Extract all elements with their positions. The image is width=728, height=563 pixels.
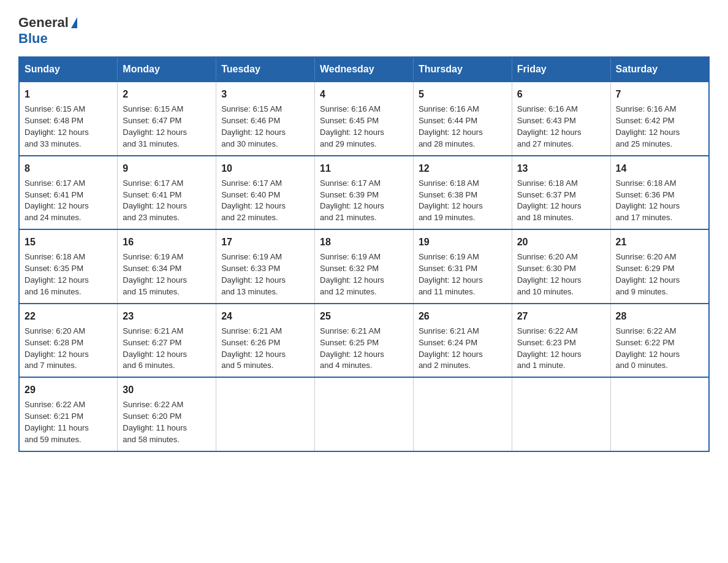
day-info: Sunrise: 6:17 AMSunset: 6:41 PMDaylight:… bbox=[123, 178, 187, 223]
calendar-week-row: 29Sunrise: 6:22 AMSunset: 6:21 PMDayligh… bbox=[19, 377, 709, 451]
day-info: Sunrise: 6:15 AMSunset: 6:46 PMDaylight:… bbox=[221, 104, 286, 148]
calendar-week-row: 1Sunrise: 6:15 AMSunset: 6:48 PMDaylight… bbox=[19, 82, 709, 156]
day-info: Sunrise: 6:19 AMSunset: 6:33 PMDaylight:… bbox=[221, 252, 286, 296]
calendar-cell: 9Sunrise: 6:17 AMSunset: 6:41 PMDaylight… bbox=[118, 156, 216, 230]
day-number: 30 bbox=[123, 383, 211, 397]
logo-blue-text: Blue bbox=[18, 31, 48, 47]
calendar-cell: 4Sunrise: 6:16 AMSunset: 6:45 PMDaylight… bbox=[315, 82, 414, 156]
day-info: Sunrise: 6:22 AMSunset: 6:22 PMDaylight:… bbox=[616, 326, 680, 370]
calendar-cell: 29Sunrise: 6:22 AMSunset: 6:21 PMDayligh… bbox=[19, 377, 118, 451]
calendar-cell bbox=[413, 377, 512, 451]
calendar-cell bbox=[315, 377, 414, 451]
logo: General Blue bbox=[18, 15, 77, 47]
day-header-wednesday: Wednesday bbox=[315, 57, 414, 82]
day-info: Sunrise: 6:18 AMSunset: 6:37 PMDaylight:… bbox=[517, 178, 582, 223]
day-info: Sunrise: 6:18 AMSunset: 6:36 PMDaylight:… bbox=[616, 178, 680, 223]
calendar-cell: 3Sunrise: 6:15 AMSunset: 6:46 PMDaylight… bbox=[216, 82, 315, 156]
day-number: 17 bbox=[221, 235, 309, 249]
calendar-cell: 10Sunrise: 6:17 AMSunset: 6:40 PMDayligh… bbox=[216, 156, 315, 230]
calendar-cell: 6Sunrise: 6:16 AMSunset: 6:43 PMDaylight… bbox=[512, 82, 610, 156]
day-info: Sunrise: 6:22 AMSunset: 6:21 PMDaylight:… bbox=[25, 400, 89, 444]
day-number: 6 bbox=[517, 87, 605, 101]
day-number: 12 bbox=[419, 161, 507, 175]
day-info: Sunrise: 6:17 AMSunset: 6:40 PMDaylight:… bbox=[221, 178, 286, 223]
day-info: Sunrise: 6:18 AMSunset: 6:38 PMDaylight:… bbox=[419, 178, 483, 223]
day-number: 28 bbox=[616, 309, 703, 323]
day-number: 9 bbox=[123, 161, 211, 175]
day-header-friday: Friday bbox=[512, 57, 610, 82]
calendar-cell: 20Sunrise: 6:20 AMSunset: 6:30 PMDayligh… bbox=[512, 229, 610, 304]
calendar-header-row: SundayMondayTuesdayWednesdayThursdayFrid… bbox=[19, 57, 709, 82]
calendar-cell: 7Sunrise: 6:16 AMSunset: 6:42 PMDaylight… bbox=[610, 82, 709, 156]
calendar-cell bbox=[610, 377, 709, 451]
calendar-week-row: 8Sunrise: 6:17 AMSunset: 6:41 PMDaylight… bbox=[19, 156, 709, 230]
calendar-cell: 1Sunrise: 6:15 AMSunset: 6:48 PMDaylight… bbox=[19, 82, 118, 156]
day-number: 5 bbox=[419, 87, 507, 101]
day-info: Sunrise: 6:15 AMSunset: 6:47 PMDaylight:… bbox=[123, 104, 187, 148]
day-number: 29 bbox=[25, 383, 112, 397]
day-number: 4 bbox=[320, 87, 408, 101]
day-info: Sunrise: 6:16 AMSunset: 6:45 PMDaylight:… bbox=[320, 104, 384, 148]
day-number: 15 bbox=[25, 235, 112, 249]
day-info: Sunrise: 6:22 AMSunset: 6:20 PMDaylight:… bbox=[123, 400, 187, 444]
day-number: 7 bbox=[616, 87, 703, 101]
calendar-cell: 25Sunrise: 6:21 AMSunset: 6:25 PMDayligh… bbox=[315, 304, 414, 378]
day-number: 23 bbox=[123, 309, 211, 323]
day-number: 13 bbox=[517, 161, 605, 175]
day-info: Sunrise: 6:21 AMSunset: 6:26 PMDaylight:… bbox=[221, 326, 286, 370]
calendar-cell: 18Sunrise: 6:19 AMSunset: 6:32 PMDayligh… bbox=[315, 229, 414, 304]
day-info: Sunrise: 6:20 AMSunset: 6:29 PMDaylight:… bbox=[616, 252, 680, 296]
calendar-cell: 13Sunrise: 6:18 AMSunset: 6:37 PMDayligh… bbox=[512, 156, 610, 230]
day-info: Sunrise: 6:22 AMSunset: 6:23 PMDaylight:… bbox=[517, 326, 582, 370]
day-number: 14 bbox=[616, 161, 703, 175]
day-number: 27 bbox=[517, 309, 605, 323]
day-info: Sunrise: 6:16 AMSunset: 6:42 PMDaylight:… bbox=[616, 104, 680, 148]
day-number: 16 bbox=[123, 235, 211, 249]
calendar-cell: 30Sunrise: 6:22 AMSunset: 6:20 PMDayligh… bbox=[118, 377, 216, 451]
day-number: 8 bbox=[25, 161, 112, 175]
day-number: 11 bbox=[320, 161, 408, 175]
day-info: Sunrise: 6:21 AMSunset: 6:27 PMDaylight:… bbox=[123, 326, 187, 370]
day-number: 19 bbox=[419, 235, 507, 249]
day-info: Sunrise: 6:17 AMSunset: 6:39 PMDaylight:… bbox=[320, 178, 384, 223]
calendar-cell: 23Sunrise: 6:21 AMSunset: 6:27 PMDayligh… bbox=[118, 304, 216, 378]
day-number: 21 bbox=[616, 235, 703, 249]
calendar-cell: 14Sunrise: 6:18 AMSunset: 6:36 PMDayligh… bbox=[610, 156, 709, 230]
calendar-cell: 16Sunrise: 6:19 AMSunset: 6:34 PMDayligh… bbox=[118, 229, 216, 304]
calendar-cell: 21Sunrise: 6:20 AMSunset: 6:29 PMDayligh… bbox=[610, 229, 709, 304]
day-header-thursday: Thursday bbox=[413, 57, 512, 82]
day-number: 26 bbox=[419, 309, 507, 323]
calendar-cell: 19Sunrise: 6:19 AMSunset: 6:31 PMDayligh… bbox=[413, 229, 512, 304]
day-number: 25 bbox=[320, 309, 408, 323]
day-info: Sunrise: 6:20 AMSunset: 6:28 PMDaylight:… bbox=[25, 326, 89, 370]
day-header-sunday: Sunday bbox=[19, 57, 118, 82]
calendar-cell: 12Sunrise: 6:18 AMSunset: 6:38 PMDayligh… bbox=[413, 156, 512, 230]
calendar-cell bbox=[216, 377, 315, 451]
calendar-cell: 8Sunrise: 6:17 AMSunset: 6:41 PMDaylight… bbox=[19, 156, 118, 230]
day-header-saturday: Saturday bbox=[610, 57, 709, 82]
logo-general-text: General bbox=[18, 15, 69, 31]
day-number: 3 bbox=[221, 87, 309, 101]
logo-triangle-icon bbox=[71, 17, 77, 28]
calendar-table: SundayMondayTuesdayWednesdayThursdayFrid… bbox=[18, 56, 710, 452]
day-number: 2 bbox=[123, 87, 211, 101]
day-number: 24 bbox=[221, 309, 309, 323]
day-header-monday: Monday bbox=[118, 57, 216, 82]
day-info: Sunrise: 6:18 AMSunset: 6:35 PMDaylight:… bbox=[25, 252, 89, 296]
page-header: General Blue bbox=[18, 12, 710, 47]
calendar-cell: 2Sunrise: 6:15 AMSunset: 6:47 PMDaylight… bbox=[118, 82, 216, 156]
calendar-cell: 24Sunrise: 6:21 AMSunset: 6:26 PMDayligh… bbox=[216, 304, 315, 378]
calendar-cell: 5Sunrise: 6:16 AMSunset: 6:44 PMDaylight… bbox=[413, 82, 512, 156]
day-info: Sunrise: 6:20 AMSunset: 6:30 PMDaylight:… bbox=[517, 252, 582, 296]
calendar-cell bbox=[512, 377, 610, 451]
day-number: 10 bbox=[221, 161, 309, 175]
calendar-cell: 26Sunrise: 6:21 AMSunset: 6:24 PMDayligh… bbox=[413, 304, 512, 378]
calendar-cell: 11Sunrise: 6:17 AMSunset: 6:39 PMDayligh… bbox=[315, 156, 414, 230]
day-info: Sunrise: 6:15 AMSunset: 6:48 PMDaylight:… bbox=[25, 104, 89, 148]
day-info: Sunrise: 6:19 AMSunset: 6:34 PMDaylight:… bbox=[123, 252, 187, 296]
day-info: Sunrise: 6:19 AMSunset: 6:32 PMDaylight:… bbox=[320, 252, 384, 296]
day-info: Sunrise: 6:17 AMSunset: 6:41 PMDaylight:… bbox=[25, 178, 89, 223]
day-info: Sunrise: 6:19 AMSunset: 6:31 PMDaylight:… bbox=[419, 252, 483, 296]
calendar-cell: 22Sunrise: 6:20 AMSunset: 6:28 PMDayligh… bbox=[19, 304, 118, 378]
calendar-week-row: 22Sunrise: 6:20 AMSunset: 6:28 PMDayligh… bbox=[19, 304, 709, 378]
